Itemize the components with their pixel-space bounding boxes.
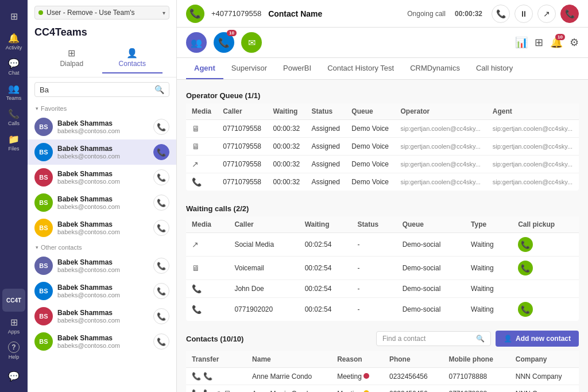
pickup-button[interactable]: 📞 <box>518 261 533 275</box>
transfer-call-icon[interactable]: 📞 <box>203 372 212 381</box>
list-item[interactable]: BS Babek Shammas babeks@contoso.com 📞 <box>28 139 176 165</box>
transfer-call-icon[interactable]: 📞 <box>203 389 212 392</box>
media-icon: 📞 <box>192 284 202 293</box>
tab-powerbi[interactable]: PowerBI <box>275 58 319 79</box>
table-row[interactable]: ↗ Social Media 00:02:54 - Demo-social Wa… <box>186 233 579 257</box>
nav-calls[interactable]: 📞 Calls <box>2 106 25 129</box>
table-row[interactable]: 📞 0771079558 00:00:32 Assigned Demo Voic… <box>186 173 579 191</box>
col-queue: Queue <box>346 103 394 120</box>
user-add-icon: 👤 <box>504 335 512 343</box>
avatar: BS <box>34 219 53 237</box>
pickup-button[interactable]: 📞 <box>518 237 533 252</box>
col-operator: Operator <box>395 103 487 120</box>
col-caller: Caller <box>217 103 267 120</box>
search-icon: 🔍 <box>154 85 164 94</box>
tab-dialpad[interactable]: ⊞ Dialpad <box>41 43 102 73</box>
mail-button[interactable]: ✉ <box>241 32 262 53</box>
list-item[interactable]: BS Babek Shammas babeks@contoso.com 📞 <box>28 304 176 329</box>
list-item[interactable]: BS Babek Shammas babeks@contoso.com 📞 <box>28 165 176 190</box>
call-button[interactable]: 📞 <box>153 119 169 135</box>
transfer-mail-icon[interactable]: 🖥 <box>223 389 231 392</box>
contacts-section-title: Contacts (10/10) <box>186 330 243 347</box>
pause-call-button[interactable]: ⏸ <box>514 5 533 23</box>
avatar: BS <box>34 257 53 275</box>
col-name: Name <box>246 351 331 368</box>
answer-call-button[interactable]: 📞 <box>492 5 510 23</box>
transfer-share-icon[interactable]: ↗ <box>215 389 221 392</box>
chevron-down-icon: ▾ <box>163 10 165 16</box>
phone-badge: 10 <box>227 30 237 36</box>
tab-contact-history[interactable]: Contact History Test <box>319 58 402 79</box>
chart-icon[interactable]: 📊 <box>515 36 528 49</box>
end-call-button[interactable]: 📞 <box>560 5 579 23</box>
transfer-call-icon[interactable]: 📞 <box>192 372 201 381</box>
col-transfer: Transfer <box>186 351 246 368</box>
table-row[interactable]: ↗ 0771079558 00:00:32 Assigned Demo Voic… <box>186 156 579 173</box>
avatar: BS <box>34 193 53 212</box>
call-button[interactable]: 📞 <box>153 195 169 211</box>
phone-badge-button[interactable]: 📞 10 <box>214 32 234 53</box>
find-contact-search[interactable]: Find a contact 🔍 <box>376 331 491 346</box>
tab-call-history[interactable]: Call history <box>468 58 521 79</box>
transfer-call-icon[interactable]: 📞 <box>192 389 201 392</box>
contact-name: Babek Shammas <box>57 145 149 153</box>
tab-supervisor[interactable]: Supervisor <box>223 58 275 79</box>
call-button[interactable]: 📞 <box>153 144 169 160</box>
call-button[interactable]: 📞 <box>153 169 169 185</box>
nav-teams[interactable]: 👥 Teams <box>2 80 25 103</box>
main-area: 📞 +40771079558 Contact Name Ongoing call… <box>177 0 588 392</box>
tab-crm[interactable]: CRMDynamics <box>402 58 468 79</box>
call-button[interactable]: 📞 <box>153 308 169 324</box>
nav-apps-grid[interactable]: ⊞ <box>2 5 25 28</box>
nav-chat[interactable]: 💬 Chat <box>2 55 25 78</box>
settings-icon[interactable]: ⚙ <box>570 36 579 49</box>
bell-icon[interactable]: 🔔 10 <box>550 36 563 49</box>
media-icon: 🖥 <box>192 124 200 133</box>
media-icon: ↗ <box>192 240 199 249</box>
list-item[interactable]: BS Babek Shammas babeks@contoso.com 📞 <box>28 278 176 304</box>
grid-icon[interactable]: ⊞ <box>535 36 543 49</box>
nav-chat2[interactable]: 💬 <box>2 364 25 387</box>
table-row[interactable]: 🖥 0771079558 00:00:32 Assigned Demo Voic… <box>186 138 579 156</box>
list-item[interactable]: BS Babek Shammas babeks@contoso.com 📞 <box>28 114 176 139</box>
tab-contacts[interactable]: 👤 Contacts <box>102 43 163 73</box>
avatar: BS <box>34 143 53 161</box>
table-row[interactable]: 📞 📞 Anne Marrie Condo Meeting 0232456456… <box>186 368 579 385</box>
contact-email: babeks@contoso.com <box>57 153 149 160</box>
transfer-icons: 📞 📞 ↗ 🖥 <box>192 389 241 392</box>
nav-help[interactable]: ? Help <box>2 339 25 362</box>
list-item[interactable]: BS Babek Shammas babeks@contoso.com 📞 <box>28 329 176 354</box>
teams-nav: ⊞ 🔔 Activity 💬 Chat 👥 Teams 📞 Calls 📁 Fi… <box>0 0 28 392</box>
tab-agent[interactable]: Agent <box>186 58 223 79</box>
list-item[interactable]: BS Babek Shammas babeks@contoso.com 📞 <box>28 215 176 240</box>
nav-activity[interactable]: 🔔 Activity <box>2 30 25 53</box>
list-item[interactable]: BS Babek Shammas babeks@contoso.com 📞 <box>28 190 176 215</box>
list-item[interactable]: BS Babek Shammas babeks@contoso.com 📞 <box>28 253 176 278</box>
table-row[interactable]: 🖥 0771079558 00:00:32 Assigned Demo Voic… <box>186 120 579 138</box>
nav-files[interactable]: 📁 Files <box>2 131 25 154</box>
search-input[interactable] <box>40 86 154 94</box>
add-new-contact-button[interactable]: 👤 Add new contact <box>496 331 579 347</box>
call-button[interactable]: 📞 <box>153 258 169 274</box>
table-row[interactable]: 📞 0771902020 00:02:54 - Demo-social Wait… <box>186 298 579 321</box>
favorites-label: Favorites <box>28 102 176 114</box>
call-button[interactable]: 📞 <box>153 333 169 350</box>
user-status-dot <box>38 10 43 15</box>
group-icon-button[interactable]: 👥 <box>186 32 207 53</box>
contacts-icon: 👤 <box>126 48 138 59</box>
pickup-button[interactable]: 📞 <box>518 302 533 317</box>
other-contacts-label: Other contacts <box>28 240 176 253</box>
call-button[interactable]: 📞 <box>153 283 169 299</box>
user-selector[interactable]: User - Remove - Use Team's ▾ <box>34 6 169 20</box>
table-row[interactable]: 🖥 Voicemail 00:02:54 - Demo-social Waiti… <box>186 257 579 280</box>
col-status: Status <box>352 216 397 233</box>
nav-cc4t[interactable]: CC4T <box>2 289 25 312</box>
status-dot <box>363 390 369 393</box>
sub-bar: 👥 📞 10 ✉ 📊 ⊞ 🔔 10 ⚙ <box>177 28 588 58</box>
transfer-call-button[interactable]: ↗ <box>537 5 556 23</box>
call-button[interactable]: 📞 <box>153 220 169 236</box>
table-row[interactable]: 📞 📞 ↗ 🖥 Anne Marrie Condo Meeting 023245… <box>186 385 579 393</box>
nav-apps[interactable]: ⊞ Apps <box>2 314 25 337</box>
contact-email: babeks@contoso.com <box>57 317 149 324</box>
table-row[interactable]: 📞 John Doe 00:02:54 - Demo-social Waitin… <box>186 280 579 298</box>
